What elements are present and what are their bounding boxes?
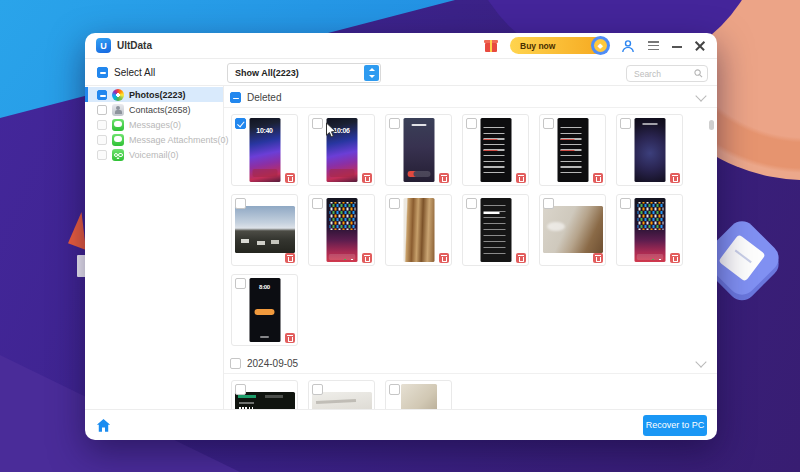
photo-thumbnail[interactable] [539, 194, 606, 266]
thumbnail-checkbox[interactable] [312, 198, 323, 209]
thumbnail-image [235, 206, 295, 253]
sidebar-item-checkbox[interactable] [97, 150, 107, 160]
buy-now-label: Buy now [520, 41, 555, 51]
messages-icon [112, 134, 124, 146]
delete-icon[interactable] [516, 253, 526, 263]
sidebar: Photos(2223)Contacts(2658)Messages(0)Mes… [85, 86, 224, 409]
sidebar-item-voicemail[interactable]: Voicemail(0) [85, 147, 223, 162]
thumbnail-checkbox[interactable] [235, 198, 246, 209]
sidebar-item-label: Voicemail(0) [129, 150, 179, 160]
photo-thumbnail[interactable] [385, 380, 452, 409]
photo-thumbnail[interactable] [308, 380, 375, 409]
recover-to-pc-button[interactable]: Recover to PC [643, 415, 707, 436]
thumbnail-time-text: 10:40 [249, 127, 280, 134]
select-all-control[interactable]: Select All [85, 67, 223, 78]
thumbnail-checkbox[interactable] [543, 198, 554, 209]
delete-icon[interactable] [593, 173, 603, 183]
photo-thumbnail[interactable]: 10:06 [308, 114, 375, 186]
photo-thumbnail[interactable] [308, 194, 375, 266]
section-label: Deleted [247, 92, 281, 103]
thumbnail-checkbox[interactable] [466, 118, 477, 129]
delete-icon[interactable] [285, 253, 295, 263]
messages-icon [112, 119, 124, 131]
thumbnail-image [401, 384, 437, 409]
sidebar-item-checkbox[interactable] [97, 105, 107, 115]
thumbnail-checkbox[interactable] [543, 118, 554, 129]
delete-icon[interactable] [362, 253, 372, 263]
buy-now-button[interactable]: Buy now ◆ [510, 37, 608, 54]
thumbnail-image [403, 118, 434, 182]
thumbnail-image: 8:00 [249, 278, 280, 342]
filter-value: Show All(2223) [235, 68, 299, 78]
delete-icon[interactable] [516, 173, 526, 183]
menu-icon[interactable] [648, 41, 659, 50]
chevron-down-icon[interactable] [695, 90, 706, 101]
delete-icon[interactable] [593, 253, 603, 263]
thumbnail-checkbox[interactable] [466, 198, 477, 209]
sections: Deleted10:4010:068:002024-09-05 [224, 88, 717, 409]
account-icon[interactable] [621, 39, 635, 53]
section-header: Deleted [224, 88, 717, 108]
dropdown-stepper-icon[interactable] [364, 65, 379, 81]
scrollbar-thumb[interactable] [709, 120, 714, 130]
photo-thumbnail[interactable] [539, 114, 606, 186]
sidebar-item-messages[interactable]: Messages(0) [85, 117, 223, 132]
photo-thumbnail[interactable] [616, 194, 683, 266]
delete-icon[interactable] [670, 253, 680, 263]
thumbnail-checkbox[interactable] [620, 198, 631, 209]
thumbnail-checkbox[interactable] [620, 118, 631, 129]
delete-icon[interactable] [670, 173, 680, 183]
thumbnail-checkbox[interactable] [389, 384, 400, 395]
thumbnail-time-text: 8:00 [249, 284, 280, 290]
sidebar-item-checkbox[interactable] [97, 135, 107, 145]
thumbnail-image: 10:40 [249, 118, 280, 182]
photo-thumbnail[interactable] [616, 114, 683, 186]
thumbnail-checkbox[interactable] [312, 118, 323, 129]
photo-thumbnail[interactable] [231, 194, 298, 266]
select-all-checkbox[interactable] [97, 67, 108, 78]
search-input[interactable] [627, 69, 692, 79]
sidebar-item-contacts[interactable]: Contacts(2658) [85, 102, 223, 117]
search-box[interactable] [626, 65, 708, 82]
gem-icon: ◆ [591, 36, 610, 55]
section-checkbox[interactable] [230, 92, 241, 103]
thumbnail-checkbox[interactable] [235, 278, 246, 289]
sidebar-item-checkbox[interactable] [97, 120, 107, 130]
delete-icon[interactable] [285, 173, 295, 183]
sidebar-item-checkbox[interactable] [97, 90, 107, 100]
delete-icon[interactable] [285, 333, 295, 343]
app-title: UltData [117, 40, 152, 51]
photo-thumbnail[interactable] [385, 114, 452, 186]
sidebar-item-message-attachments[interactable]: Message Attachments(0) [85, 132, 223, 147]
photo-thumbnail[interactable]: 10:40 [231, 114, 298, 186]
photo-thumbnail[interactable]: 8:00 [231, 274, 298, 346]
sidebar-item-photos[interactable]: Photos(2223) [85, 87, 223, 102]
delete-icon[interactable] [362, 173, 372, 183]
section-header: 2024-09-05 [224, 354, 717, 374]
toolbar: Select All Show All(2223) [85, 59, 717, 86]
section-checkbox[interactable] [230, 358, 241, 369]
thumbnail-checkbox[interactable] [235, 384, 246, 395]
photo-thumbnail[interactable] [462, 114, 529, 186]
home-button[interactable] [95, 417, 112, 434]
thumbnail-image [543, 206, 603, 253]
gift-icon[interactable] [485, 43, 497, 52]
photo-thumbnail[interactable] [385, 194, 452, 266]
main-content: Deleted10:4010:068:002024-09-05 [224, 86, 717, 409]
thumbnail-checkbox[interactable] [312, 384, 323, 395]
sidebar-item-label: Messages(0) [129, 120, 181, 130]
ultdata-window: U UltData Buy now ◆ Select All Show All(… [85, 33, 717, 440]
delete-icon[interactable] [439, 253, 449, 263]
thumbnail-checkbox[interactable] [389, 118, 400, 129]
delete-icon[interactable] [439, 173, 449, 183]
thumbnail-checkbox[interactable] [235, 118, 246, 129]
thumbnail-image [634, 198, 665, 262]
minimize-button[interactable] [672, 46, 682, 48]
close-button[interactable] [695, 41, 705, 51]
chevron-down-icon[interactable] [695, 356, 706, 367]
photo-thumbnail[interactable] [231, 380, 298, 409]
photo-thumbnail[interactable] [462, 194, 529, 266]
thumbnail-checkbox[interactable] [389, 198, 400, 209]
filter-dropdown[interactable]: Show All(2223) [227, 63, 381, 83]
thumbnail-image [480, 198, 511, 262]
